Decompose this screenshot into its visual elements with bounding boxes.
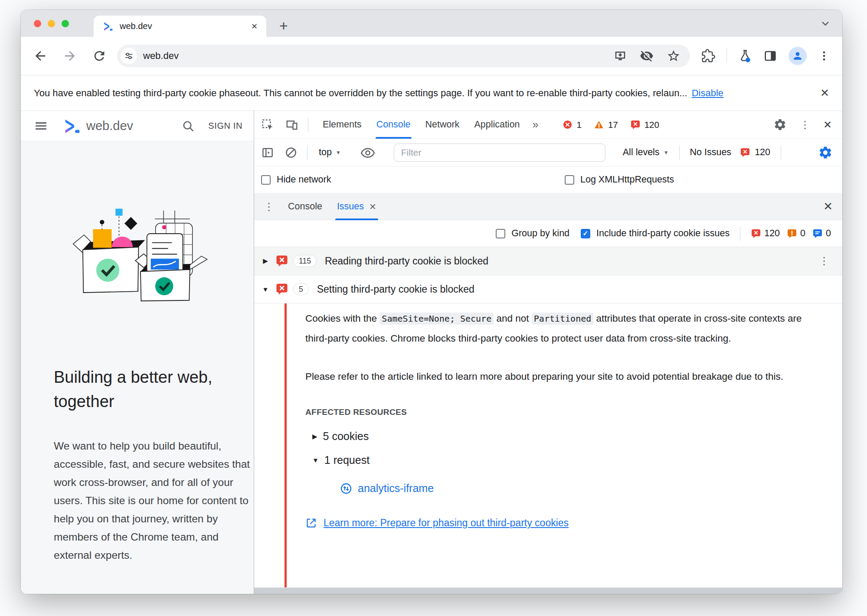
issue-title: Setting third-party cookie is blocked [317, 284, 474, 295]
affected-resources-header: AFFECTED RESOURCES [305, 407, 825, 417]
issue-menu-dots-icon[interactable]: ⋮ [819, 255, 836, 267]
tab-title: web.dev [120, 21, 152, 31]
browser-actions [701, 47, 830, 65]
hide-network-checkbox[interactable] [261, 175, 271, 185]
infobar-close-icon[interactable]: ✕ [820, 87, 829, 99]
issue-row-reading-cookie[interactable]: ▶ 115 Reading third-party cookie is bloc… [254, 247, 842, 275]
zoom-window-button[interactable] [62, 20, 69, 27]
browser-toolbar: web.dev [21, 37, 842, 75]
search-icon[interactable] [181, 119, 195, 133]
caret-down-icon[interactable]: ▼ [260, 286, 271, 293]
page-title: Building a better web, together [54, 365, 245, 414]
learn-more-link[interactable]: Learn more: Prepare for phasing out thir… [324, 517, 569, 529]
console-sidebar-icon[interactable] [261, 146, 274, 159]
infobar-disable-link[interactable]: Disable [692, 88, 723, 99]
clear-console-icon[interactable] [285, 146, 298, 159]
devtools-close-icon[interactable]: ✕ [823, 119, 832, 131]
caret-right-icon[interactable]: ▶ [312, 433, 317, 440]
hamburger-menu-icon[interactable] [34, 119, 48, 133]
console-toolbar: top ▼ All levels ▼ No Issues [254, 139, 842, 166]
toolbar-separator [308, 117, 308, 132]
affected-requests-item[interactable]: ▼ 1 request [312, 454, 825, 466]
browser-tab[interactable]: web.dev ✕ [94, 16, 266, 37]
tab-application[interactable]: Application [474, 111, 520, 139]
live-expression-eye-icon[interactable] [361, 146, 375, 160]
group-by-kind-setting[interactable]: Group by kind [496, 228, 569, 239]
learn-more-row[interactable]: Learn more: Prepare for phasing out thir… [305, 517, 825, 529]
log-xhr-checkbox[interactable] [565, 175, 574, 185]
extensions-puzzle-icon[interactable] [701, 49, 715, 63]
hide-network-setting[interactable]: Hide network [261, 174, 548, 185]
devtools-menu-dots-icon[interactable]: ⋮ [800, 119, 810, 131]
settings-gear-icon[interactable] [773, 118, 787, 131]
horizontal-scrollbar[interactable] [254, 587, 842, 594]
toolbar-separator [781, 145, 781, 160]
device-toolbar-icon[interactable] [285, 118, 298, 131]
toolbar-separator [307, 145, 308, 160]
bookmark-star-icon[interactable] [667, 49, 681, 63]
side-panel-icon[interactable] [763, 49, 777, 63]
drawer-tab-issues[interactable]: Issues ✕ [336, 193, 377, 220]
tab-search-chevron-icon[interactable] [819, 17, 832, 30]
issues-counter-button[interactable]: No Issues 120 [690, 147, 770, 158]
drawer-close-icon[interactable]: ✕ [823, 200, 833, 213]
caret-down-icon[interactable]: ▼ [312, 456, 319, 464]
forward-icon[interactable] [62, 49, 77, 63]
close-window-button[interactable] [34, 20, 41, 27]
experiments-flask-icon[interactable] [738, 49, 752, 63]
reload-icon[interactable] [92, 49, 107, 63]
inspect-element-icon[interactable] [261, 118, 274, 131]
site-header: web.dev SIGN IN [21, 111, 254, 141]
eye-off-icon[interactable] [640, 49, 654, 63]
brand-name[interactable]: web.dev [86, 119, 133, 133]
back-icon[interactable] [33, 49, 48, 63]
infobar: You have enabled testing third-party coo… [21, 75, 842, 111]
breakage-bubble-icon [275, 254, 288, 267]
affected-requests-label: 1 request [324, 454, 370, 466]
issues-badge-icon [751, 228, 761, 239]
drawer-tab-console[interactable]: Console [287, 193, 323, 220]
profile-avatar[interactable] [788, 47, 807, 65]
context-selector[interactable]: top ▼ [319, 147, 341, 158]
devtools-panel: Elements Console Network Application » 1 [254, 111, 842, 594]
new-tab-button[interactable]: + [279, 17, 288, 34]
window-content: web.dev SIGN IN [21, 111, 842, 594]
tab-console[interactable]: Console [376, 111, 411, 139]
affected-cookies-item[interactable]: ▶ 5 cookies [312, 430, 825, 443]
include-third-party-checkbox[interactable]: ✓ [581, 229, 590, 238]
tab-elements[interactable]: Elements [323, 111, 362, 139]
caret-right-icon[interactable]: ▶ [260, 257, 271, 265]
group-by-kind-checkbox[interactable] [496, 229, 505, 238]
install-icon[interactable] [614, 49, 627, 62]
log-level-selector[interactable]: All levels ▼ [623, 147, 669, 158]
webdev-logo[interactable] [63, 118, 81, 134]
minimize-window-button[interactable] [48, 20, 55, 27]
info-bubble-icon [812, 228, 823, 239]
drawer-tab-close-icon[interactable]: ✕ [369, 202, 376, 212]
filter-input[interactable] [394, 143, 605, 162]
request-link-row[interactable]: analytics-iframe [340, 482, 825, 495]
drawer-menu-dots-icon[interactable]: ⋮ [264, 201, 274, 213]
site-settings-chip[interactable] [121, 48, 137, 64]
include-third-party-setting[interactable]: ✓ Include third-party cookie issues [581, 228, 730, 239]
affected-cookies-label: 5 cookies [323, 430, 369, 443]
omnibox-actions [614, 49, 681, 63]
browser-menu-dots-icon[interactable] [818, 50, 830, 62]
omnibox[interactable]: web.dev [117, 45, 690, 67]
request-link[interactable]: analytics-iframe [358, 482, 434, 495]
warning-badge-icon [594, 120, 604, 130]
titlebar: web.dev ✕ + [21, 10, 842, 37]
traffic-lights [34, 20, 69, 27]
issue-row-setting-cookie[interactable]: ▼ 5 Setting third-party cookie is blocke… [254, 275, 842, 303]
console-settings-gear-icon[interactable] [818, 145, 833, 160]
more-tabs-icon[interactable]: » [533, 118, 539, 131]
no-issues-label: No Issues [690, 147, 732, 158]
sign-in-button[interactable]: SIGN IN [208, 121, 242, 131]
issues-error-count-value: 120 [764, 228, 780, 239]
drawer-tab-issues-label: Issues [337, 201, 364, 212]
status-badges[interactable]: 1 17 120 [563, 120, 659, 130]
log-level-label: All levels [623, 147, 660, 158]
tab-network[interactable]: Network [425, 111, 460, 139]
log-xhr-setting[interactable]: Log XMLHttpRequests [548, 174, 835, 185]
tab-close-icon[interactable]: ✕ [251, 22, 258, 31]
